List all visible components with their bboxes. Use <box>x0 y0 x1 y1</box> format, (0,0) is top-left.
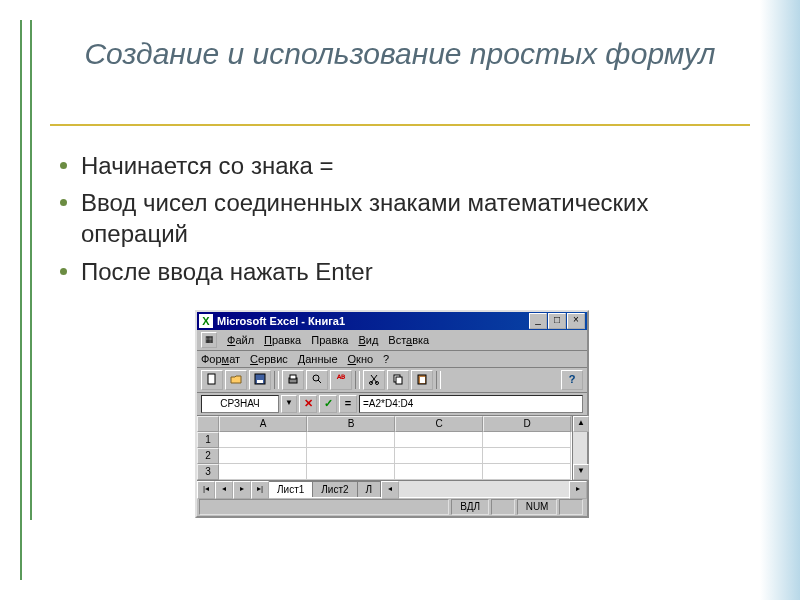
row-header-3[interactable]: 3 <box>197 464 219 480</box>
bullet-list: Начинается со знака = Ввод чисел соедине… <box>60 150 740 293</box>
window-buttons: _ □ × <box>529 313 585 329</box>
status-main <box>199 499 449 515</box>
bullet-dot-icon <box>60 199 67 206</box>
cancel-button[interactable]: ✕ <box>299 395 317 413</box>
svg-rect-12 <box>396 377 402 384</box>
select-all-corner[interactable] <box>197 416 219 432</box>
scroll-right-button[interactable]: ▸ <box>569 481 587 499</box>
cell[interactable] <box>395 448 483 464</box>
save-button[interactable] <box>249 370 271 390</box>
menu-tools[interactable]: Сервис <box>250 353 288 365</box>
menu-format[interactable]: Формат <box>201 353 240 365</box>
close-button[interactable]: × <box>567 313 585 329</box>
copy-button[interactable] <box>387 370 409 390</box>
cell[interactable] <box>483 432 571 448</box>
svg-rect-2 <box>257 380 263 383</box>
cell[interactable] <box>307 448 395 464</box>
menu-bar: ▦ Файл Правка Правка Вид Вставка <box>197 330 587 351</box>
preview-button[interactable] <box>306 370 328 390</box>
name-box[interactable]: СРЗНАЧ <box>201 395 279 413</box>
toolbar-separator <box>436 371 441 389</box>
cell[interactable] <box>307 432 395 448</box>
grid-row: 3 <box>197 464 572 480</box>
col-header-d[interactable]: D <box>483 416 571 432</box>
spellcheck-button[interactable]: ᴬᴮ <box>330 370 352 390</box>
title-underline <box>50 124 750 126</box>
row-header-2[interactable]: 2 <box>197 448 219 464</box>
formula-bar: СРЗНАЧ ▼ ✕ ✓ = =A2*D4:D4 <box>197 393 587 416</box>
open-button[interactable] <box>225 370 247 390</box>
col-header-c[interactable]: C <box>395 416 483 432</box>
bullet-dot-icon <box>60 162 67 169</box>
tab-prev-button[interactable]: ◂ <box>215 481 233 499</box>
cell[interactable] <box>395 432 483 448</box>
cell[interactable] <box>483 464 571 480</box>
col-header-a[interactable]: A <box>219 416 307 432</box>
bullet-item: Ввод чисел соединенных знаками математич… <box>60 187 740 249</box>
scroll-down-button[interactable]: ▼ <box>573 464 589 480</box>
formula-input[interactable]: =A2*D4:D4 <box>359 395 583 413</box>
equals-button[interactable]: = <box>339 395 357 413</box>
window-title: Microsoft Excel - Книга1 <box>217 315 529 327</box>
sheet-tab-3[interactable]: Л <box>358 481 382 497</box>
status-numlock: NUM <box>517 499 558 515</box>
svg-rect-4 <box>290 375 296 379</box>
excel-app-icon: X <box>199 314 213 328</box>
col-header-b[interactable]: B <box>307 416 395 432</box>
decorative-vline-2 <box>30 20 32 520</box>
status-mode: ВДЛ <box>451 499 489 515</box>
cell[interactable] <box>307 464 395 480</box>
bullet-item: Начинается со знака = <box>60 150 740 181</box>
menu-edit[interactable]: Правка <box>264 334 301 346</box>
toolbar-separator <box>355 371 360 389</box>
cell[interactable] <box>219 432 307 448</box>
cell[interactable] <box>395 464 483 480</box>
horizontal-scrollbar[interactable]: ◂ ▸ <box>381 481 587 497</box>
tab-next-button[interactable]: ▸ <box>233 481 251 499</box>
title-bar: X Microsoft Excel - Книга1 _ □ × <box>197 312 587 330</box>
tab-nav: |◂ ◂ ▸ ▸| <box>197 481 269 497</box>
sheet-tab-row: |◂ ◂ ▸ ▸| Лист1 Лист2 Л ◂ ▸ <box>197 480 587 497</box>
menu-data[interactable]: Данные <box>298 353 338 365</box>
minimize-button[interactable]: _ <box>529 313 547 329</box>
sheet-tab-1[interactable]: Лист1 <box>269 481 313 497</box>
name-dropdown-button[interactable]: ▼ <box>281 395 297 413</box>
menu-edit2[interactable]: Правка <box>311 334 348 346</box>
new-button[interactable] <box>201 370 223 390</box>
scroll-left-button[interactable]: ◂ <box>381 481 399 499</box>
menu-bar-2: Формат Сервис Данные Окно ? <box>197 351 587 368</box>
menu-insert[interactable]: Вставка <box>388 334 429 346</box>
menu-help[interactable]: ? <box>383 353 389 365</box>
excel-window: X Microsoft Excel - Книга1 _ □ × ▦ Файл … <box>195 310 589 518</box>
cell[interactable] <box>219 448 307 464</box>
scroll-track[interactable] <box>573 432 587 464</box>
bullet-text: Начинается со знака = <box>81 150 334 181</box>
sheet-tab-2[interactable]: Лист2 <box>313 481 357 497</box>
tab-last-button[interactable]: ▸| <box>251 481 269 499</box>
row-header-1[interactable]: 1 <box>197 432 219 448</box>
menu-file[interactable]: Файл <box>227 334 254 346</box>
spreadsheet-grid: A B C D 1 2 3 <box>197 416 587 480</box>
status-bar: ВДЛ NUM <box>197 497 587 516</box>
grid-row: 1 <box>197 432 572 448</box>
enter-button[interactable]: ✓ <box>319 395 337 413</box>
cut-button[interactable] <box>363 370 385 390</box>
tab-first-button[interactable]: |◂ <box>197 481 215 499</box>
menu-view[interactable]: Вид <box>358 334 378 346</box>
grid-row: 2 <box>197 448 572 464</box>
paste-button[interactable] <box>411 370 433 390</box>
menu-window[interactable]: Окно <box>348 353 374 365</box>
bullet-dot-icon <box>60 268 67 275</box>
decorative-vline-1 <box>20 20 22 580</box>
help-button[interactable]: ? <box>561 370 583 390</box>
workbook-icon[interactable]: ▦ <box>201 332 217 348</box>
cell[interactable] <box>219 464 307 480</box>
cell[interactable] <box>483 448 571 464</box>
vertical-scrollbar[interactable]: ▲ ▼ <box>572 416 587 480</box>
svg-line-6 <box>318 380 321 383</box>
scroll-up-button[interactable]: ▲ <box>573 416 589 432</box>
bullet-item: После ввода нажать Enter <box>60 256 740 287</box>
maximize-button[interactable]: □ <box>548 313 566 329</box>
print-button[interactable] <box>282 370 304 390</box>
toolbar: ᴬᴮ ? <box>197 368 587 393</box>
